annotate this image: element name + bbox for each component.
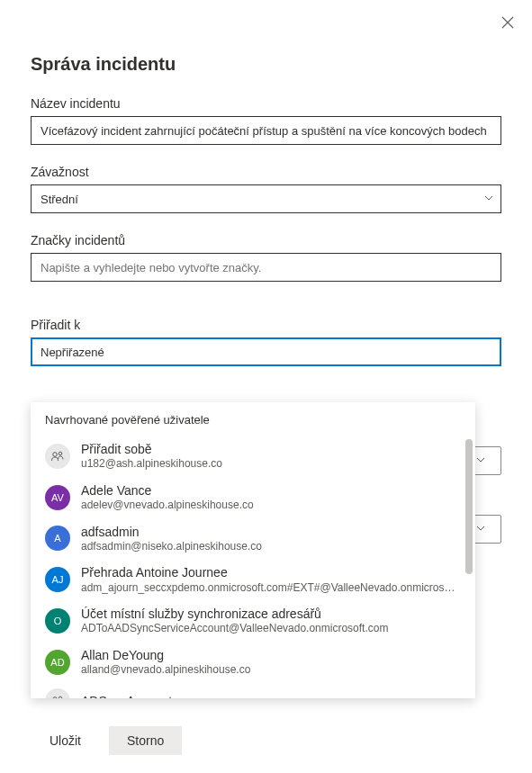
- close-button[interactable]: [501, 16, 516, 31]
- assign-label: Přiřadit k: [31, 318, 501, 332]
- severity-select[interactable]: Střední: [31, 184, 501, 213]
- svg-point-0: [53, 453, 58, 457]
- save-button[interactable]: Uložit: [31, 726, 100, 755]
- chevron-down-icon: [475, 521, 486, 537]
- scrollbar[interactable]: [465, 439, 473, 695]
- dropdown-item[interactable]: OÚčet místní služby synchronizace adresá…: [31, 600, 475, 642]
- user-avatar: O: [45, 608, 70, 634]
- user-avatar: AJ: [45, 567, 70, 592]
- dropdown-item-name: Účet místní služby synchronizace adresář…: [81, 606, 461, 622]
- assign-dropdown: Navrhované pověřené uživatele Přiřadit s…: [31, 402, 475, 698]
- scrollbar-thumb[interactable]: [465, 439, 473, 574]
- svg-point-3: [59, 697, 62, 698]
- dropdown-item[interactable]: AVAdele Vanceadelev@vnevado.alpineskihou…: [31, 477, 475, 518]
- incident-name-input[interactable]: [31, 116, 501, 145]
- dropdown-item-email: adm_ajourn_seccxpdemo.onmicrosoft.com#EX…: [81, 581, 461, 596]
- user-avatar: AD: [45, 650, 70, 675]
- dropdown-item-email: adfsadmin@niseko.alpineskihouse.co: [81, 540, 461, 554]
- self-avatar-icon: [45, 444, 70, 469]
- dropdown-item-name: Přehrada Antoine Journee: [81, 564, 461, 580]
- dropdown-header: Navrhované pověřené uživatele: [31, 402, 475, 436]
- self-avatar-icon: [45, 688, 70, 698]
- dropdown-item-email: alland@vnevado.alpineskihouse.co: [81, 663, 461, 678]
- tags-label: Značky incidentů: [31, 233, 501, 247]
- svg-point-1: [59, 452, 62, 455]
- svg-point-2: [53, 697, 58, 698]
- user-avatar: AV: [45, 485, 70, 510]
- incident-name-label: Název incidentu: [31, 96, 501, 111]
- dropdown-item-name: Přiřadit sobě: [81, 441, 461, 457]
- dropdown-item-name: Adele Vance: [81, 482, 461, 499]
- dropdown-item-name: ADSyncAccounts: [81, 693, 461, 698]
- scroll-down-arrow[interactable]: [464, 695, 473, 698]
- user-avatar: A: [45, 526, 70, 551]
- dropdown-item-email: u182@ash.alpineskihouse.co: [81, 457, 461, 472]
- cancel-button[interactable]: Storno: [109, 726, 182, 755]
- close-icon: [501, 16, 514, 29]
- dropdown-item-name: Allan DeYoung: [81, 647, 461, 663]
- assign-input[interactable]: [31, 337, 501, 366]
- dropdown-item[interactable]: ADSyncAccounts: [31, 683, 475, 698]
- dropdown-item-email: adelev@vnevado.alpineskihouse.co: [81, 499, 461, 513]
- dropdown-item[interactable]: AJPřehrada Antoine Journeeadm_ajourn_sec…: [31, 559, 475, 600]
- dropdown-item[interactable]: Aadfsadminadfsadmin@niseko.alpineskihous…: [31, 518, 475, 560]
- panel-title: Správa incidentu: [31, 54, 501, 75]
- dropdown-item[interactable]: ADAllan DeYoungalland@vnevado.alpineskih…: [31, 642, 475, 683]
- dropdown-item[interactable]: Přiřadit soběu182@ash.alpineskihouse.co: [31, 436, 475, 477]
- chevron-down-icon: [475, 453, 486, 469]
- tags-input[interactable]: [31, 253, 501, 282]
- dropdown-item-name: adfsadmin: [81, 524, 461, 540]
- dropdown-item-email: ADToAADSyncServiceAccount@ValleeNevado.o…: [81, 622, 461, 636]
- severity-label: Závažnost: [31, 165, 501, 179]
